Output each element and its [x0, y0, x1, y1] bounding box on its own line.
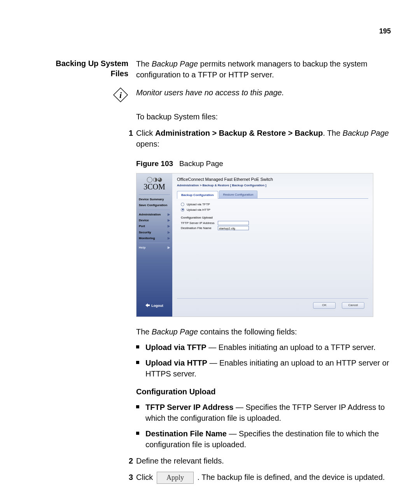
after-fig-c: contains the following fields:	[198, 327, 297, 336]
sidebar-nav-3: Help▶	[136, 245, 172, 250]
screenshot-form: Upload via TFTP Upload via HTTP Configur…	[177, 202, 368, 230]
step3-b: . The backup file is defined, and the de…	[197, 473, 385, 481]
bullet3-b: TFTP Server IP Address	[145, 403, 233, 411]
intro-paragraph: The Backup Page permits network managers…	[136, 58, 393, 80]
screenshot-sidebar: ◯◑◕ 3COM Device Summary Save Configurati…	[136, 173, 172, 317]
chevron-right-icon: ▶	[168, 236, 170, 240]
step1-e: opens:	[136, 140, 159, 148]
step3-a: Click	[136, 473, 155, 481]
radio-icon	[181, 203, 184, 206]
nav-administration[interactable]: Administration▶	[139, 212, 170, 217]
figure-label: Figure 103	[136, 159, 173, 168]
after-fig-b: Backup Page	[152, 327, 198, 336]
config-upload-label: Configuration Upload	[181, 215, 368, 220]
bullet-upload-tftp: Upload via TFTP — Enables initiating an …	[136, 342, 393, 353]
step-2: 2 Define the relevant fields.	[125, 455, 393, 466]
screenshot-divider	[177, 298, 368, 299]
dest-file-input[interactable]: startup2.cfg	[218, 226, 249, 230]
step-3: 3 Click Apply . The backup file is defin…	[125, 472, 393, 484]
bullet1-b: Upload via TFTP	[145, 343, 206, 352]
radio-http-label: Upload via HTTP	[187, 208, 210, 212]
logo: ◯◑◕ 3COM	[136, 176, 172, 193]
section-title-l1: Backing Up System	[56, 59, 128, 68]
nav-save-config-label: Save Configuration	[139, 203, 167, 207]
after-figure-text: The Backup Page contains the following f…	[136, 326, 393, 337]
sidebar-nav: Device Summary Save Configuration	[136, 196, 172, 208]
nav-port[interactable]: Port▶	[139, 223, 170, 229]
nav-security-label: Security	[139, 230, 151, 234]
info-row: i Monitor users have no access to this p…	[47, 87, 393, 104]
section-header-row: Backing Up System Files The Backup Page …	[47, 58, 393, 80]
nav-device-summary[interactable]: Device Summary	[139, 196, 170, 202]
nav-help[interactable]: Help▶	[139, 245, 170, 250]
tftp-ip-input[interactable]	[218, 221, 249, 225]
tab-restore-config[interactable]: Restore Configuration	[219, 191, 258, 198]
tab-backup-config[interactable]: Backup Configuration	[177, 191, 218, 199]
bullet1-t: — Enables initiating an upload to a TFTP…	[206, 343, 376, 352]
figure-caption: Figure 103 Backup Page	[136, 159, 393, 169]
nav-device-label: Device	[139, 218, 149, 222]
to-backup-row: To backup System files:	[47, 111, 393, 122]
nav-save-config[interactable]: Save Configuration	[139, 202, 170, 208]
cancel-button[interactable]: Cancel	[342, 302, 364, 309]
chevron-right-icon: ▶	[168, 212, 170, 217]
field-tftp-ip-label: TFTP Server IP Address	[181, 221, 218, 225]
logout-link[interactable]: Logout	[136, 303, 172, 309]
step1-c: . The	[323, 129, 343, 137]
screenshot-buttons: OK Cancel	[313, 302, 364, 309]
bullet4-b: Destination File Name	[145, 429, 227, 438]
intro-b: Backup Page	[152, 60, 198, 68]
intro-a: The	[136, 60, 152, 68]
screenshot-figure: ◯◑◕ 3COM Device Summary Save Configurati…	[136, 173, 373, 317]
svg-text:i: i	[119, 90, 122, 100]
to-backup: To backup System files:	[136, 111, 393, 122]
page-number: 195	[379, 27, 391, 35]
field-tftp-ip: TFTP Server IP Address	[181, 221, 368, 225]
step-1: 1 Click Administration > Backup & Restor…	[125, 128, 393, 149]
nav-administration-label: Administration	[139, 212, 161, 217]
figure-caption-text: Backup Page	[179, 159, 223, 168]
section-title: Backing Up System Files	[47, 58, 136, 80]
nav-monitoring[interactable]: Monitoring▶	[139, 235, 170, 241]
step1-a: Click	[136, 129, 155, 137]
chevron-right-icon: ▶	[168, 224, 170, 228]
fields-list-1: Upload via TFTP — Enables initiating an …	[136, 342, 393, 379]
chevron-right-icon: ▶	[168, 218, 170, 222]
ok-button[interactable]: OK	[313, 302, 336, 309]
nav-device[interactable]: Device▶	[139, 217, 170, 223]
logout-label: Logout	[151, 304, 163, 308]
step1-b: Administration > Backup & Restore > Back…	[155, 129, 323, 137]
step1-d: Backup Page	[343, 129, 389, 137]
apply-button[interactable]: Apply	[157, 472, 194, 484]
page: 195 Backing Up System Files The Backup P…	[0, 0, 420, 504]
config-upload-subhead: Configuration Upload	[136, 386, 393, 397]
info-icon: i	[47, 87, 136, 104]
content: Backing Up System Files The Backup Page …	[47, 58, 393, 484]
chevron-right-icon: ▶	[168, 245, 170, 250]
nav-monitoring-label: Monitoring	[139, 236, 155, 240]
logo-text: 3COM	[136, 182, 172, 191]
radio-upload-tftp[interactable]: Upload via TFTP	[181, 202, 368, 207]
screenshot-title: OfficeConnect Managed Fast Ethernet PoE …	[177, 177, 368, 183]
field-dest-file-label: Destination File Name	[181, 226, 218, 230]
after-fig-a: The	[136, 327, 152, 336]
bullet2-b: Upload via HTTP	[145, 359, 207, 367]
fields-list-2: TFTP Server IP Address — Specifies the T…	[136, 402, 393, 450]
logout-icon	[145, 303, 150, 309]
radio-upload-http[interactable]: Upload via HTTP	[181, 207, 368, 212]
screenshot-tabs: Backup Configuration Restore Configurati…	[177, 191, 368, 199]
info-note: Monitor users have no access to this pag…	[136, 87, 393, 104]
nav-port-label: Port	[139, 224, 145, 228]
step2-body: Define the relevant fields.	[136, 455, 393, 466]
nav-help-label: Help	[139, 245, 145, 250]
radio-tftp-label: Upload via TFTP	[187, 202, 210, 206]
steps-row-1: 1 Click Administration > Backup & Restor…	[47, 122, 393, 149]
bullet-dest-file: Destination File Name — Specifies the de…	[136, 428, 393, 450]
figure-row: Figure 103 Backup Page ◯◑◕ 3COM Device S…	[47, 149, 393, 484]
screenshot-main: OfficeConnect Managed Fast Ethernet PoE …	[172, 173, 373, 317]
radio-icon	[181, 208, 184, 212]
sidebar-nav-2: Administration▶ Device▶ Port▶ Security▶ …	[136, 212, 172, 241]
screenshot-breadcrumb: Administration > Backup & Restore [ Back…	[177, 183, 368, 191]
bullet-tftp-ip: TFTP Server IP Address — Specifies the T…	[136, 402, 393, 424]
nav-security[interactable]: Security▶	[139, 229, 170, 235]
